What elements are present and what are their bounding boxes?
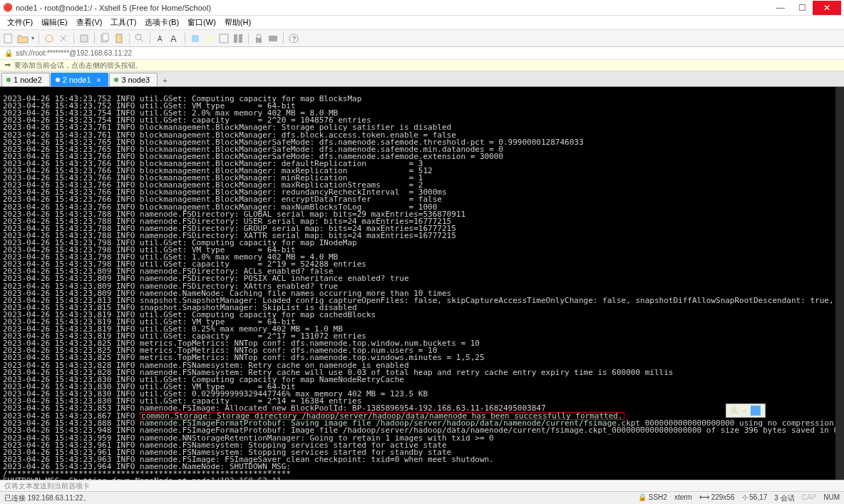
status-size: ⟷ 229x56 bbox=[699, 493, 735, 503]
menu-file[interactable]: 文件(F) bbox=[3, 17, 37, 28]
paste-icon[interactable] bbox=[113, 33, 125, 44]
statusbar: 已连接 192.168.63.11:22。 🔒 SSH2 xterm ⟷ 229… bbox=[0, 491, 844, 504]
svg-rect-10 bbox=[220, 34, 228, 43]
reconnect-icon[interactable] bbox=[43, 33, 55, 44]
help-icon[interactable]: ? bbox=[288, 33, 299, 44]
menu-view[interactable]: 查看(V) bbox=[72, 17, 107, 28]
add-tab-button[interactable]: + bbox=[158, 75, 171, 86]
ime-pin-icon bbox=[751, 406, 761, 416]
addressbar: 🔒 ssh://root:********@192.168.63.11:22 bbox=[0, 47, 844, 60]
tab-node2[interactable]: 1 node2 bbox=[1, 73, 50, 86]
titlebar: 🔴 node1 - root@node1:/ - Xshell 5 (Free … bbox=[0, 0, 844, 16]
status-term: xterm bbox=[674, 493, 692, 503]
terminal[interactable]: 2023-04-26 15:43:23,752 INFO util.GSet: … bbox=[0, 87, 844, 480]
xftp-icon[interactable] bbox=[267, 33, 279, 44]
window-controls: — ☐ ✕ bbox=[770, 1, 841, 15]
menu-edit[interactable]: 编辑(E) bbox=[37, 17, 72, 28]
tab-label: 3 node3 bbox=[121, 76, 150, 84]
menu-window[interactable]: 窗口(W) bbox=[183, 17, 220, 28]
svg-rect-11 bbox=[234, 34, 237, 43]
status-pos: ⊹ 56,17 bbox=[742, 493, 768, 503]
disconnect-icon[interactable] bbox=[58, 33, 69, 44]
tab-node1[interactable]: 2 node1× bbox=[51, 73, 109, 86]
open-icon[interactable] bbox=[17, 33, 29, 44]
address-text[interactable]: ssh://root:********@192.168.63.11:22 bbox=[16, 49, 132, 57]
fullscreen-icon[interactable] bbox=[218, 33, 230, 44]
menubar: 文件(F) 编辑(E) 查看(V) 工具(T) 选项卡(B) 窗口(W) 帮助(… bbox=[0, 16, 844, 30]
ime-indicator[interactable]: 英→ bbox=[726, 403, 766, 418]
status-protocol: 🔒 SSH2 bbox=[638, 493, 667, 503]
lock-icon[interactable] bbox=[253, 33, 264, 44]
svg-rect-2 bbox=[81, 35, 88, 42]
svg-rect-4 bbox=[103, 34, 108, 41]
app-icon: 🔴 bbox=[3, 3, 13, 13]
svg-rect-0 bbox=[4, 34, 11, 43]
copy-icon[interactable] bbox=[99, 33, 110, 44]
font-smaller-icon[interactable]: A bbox=[155, 33, 166, 44]
session-tabs: 1 node2 2 node1× 3 node3 + bbox=[0, 71, 844, 87]
svg-text:A: A bbox=[170, 34, 177, 44]
scrollbar[interactable] bbox=[835, 87, 844, 480]
svg-text:?: ? bbox=[292, 35, 296, 42]
dropdown-icon[interactable]: ▾ bbox=[31, 35, 34, 41]
status-dot-icon bbox=[56, 78, 60, 82]
new-icon[interactable] bbox=[3, 33, 14, 44]
minimize-button[interactable]: — bbox=[770, 1, 791, 15]
toolbar: ▾ A A ? bbox=[0, 30, 844, 47]
menu-tab[interactable]: 选项卡(B) bbox=[140, 17, 183, 28]
svg-rect-5 bbox=[116, 34, 122, 43]
window-title: node1 - root@node1:/ - Xshell 5 (Free fo… bbox=[16, 4, 770, 12]
status-dot-icon bbox=[6, 78, 11, 82]
layout-icon[interactable] bbox=[232, 33, 244, 44]
svg-point-1 bbox=[46, 35, 53, 42]
status-num: NUM bbox=[823, 493, 840, 503]
status-connection: 已连接 192.168.63.11:22。 bbox=[4, 493, 91, 503]
svg-rect-13 bbox=[256, 38, 262, 43]
tab-label: 2 node1 bbox=[63, 76, 91, 84]
maximize-button[interactable]: ☐ bbox=[791, 1, 813, 15]
ime-arrow-icon: → bbox=[742, 407, 746, 414]
tab-node3[interactable]: 3 node3 bbox=[109, 73, 158, 86]
ime-label: 英 bbox=[731, 407, 738, 414]
hint-bar: ⮕ 要添加当前会话，点击左侧的箭头按钮。 bbox=[0, 60, 844, 71]
svg-rect-12 bbox=[239, 34, 242, 43]
status-caps: CAP bbox=[802, 493, 817, 503]
highlight-icon[interactable] bbox=[204, 33, 215, 44]
tab-label: 1 node2 bbox=[14, 76, 42, 84]
svg-point-6 bbox=[135, 34, 141, 40]
menu-tools[interactable]: 工具(T) bbox=[106, 17, 140, 28]
close-button[interactable]: ✕ bbox=[813, 1, 841, 15]
bottom-hint: 仅将文本发送到当前选项卡 bbox=[0, 480, 844, 491]
menu-help[interactable]: 帮助(H) bbox=[220, 17, 255, 28]
find-icon[interactable] bbox=[134, 33, 145, 44]
properties-icon[interactable] bbox=[78, 33, 90, 44]
status-dot-icon bbox=[114, 78, 118, 82]
arrow-icon[interactable]: ⮕ bbox=[4, 61, 11, 69]
close-tab-icon[interactable]: × bbox=[97, 76, 101, 84]
svg-rect-14 bbox=[269, 36, 277, 41]
font-larger-icon[interactable]: A bbox=[169, 33, 180, 44]
bottom-hint-text: 仅将文本发送到当前选项卡 bbox=[4, 481, 90, 491]
hint-text: 要添加当前会话，点击左侧的箭头按钮。 bbox=[14, 61, 143, 71]
lock-small-icon: 🔒 bbox=[4, 49, 13, 57]
status-sessions: 3 会话 bbox=[774, 493, 794, 503]
svg-text:A: A bbox=[158, 35, 163, 43]
color-icon[interactable] bbox=[190, 33, 201, 44]
svg-rect-9 bbox=[192, 35, 199, 42]
